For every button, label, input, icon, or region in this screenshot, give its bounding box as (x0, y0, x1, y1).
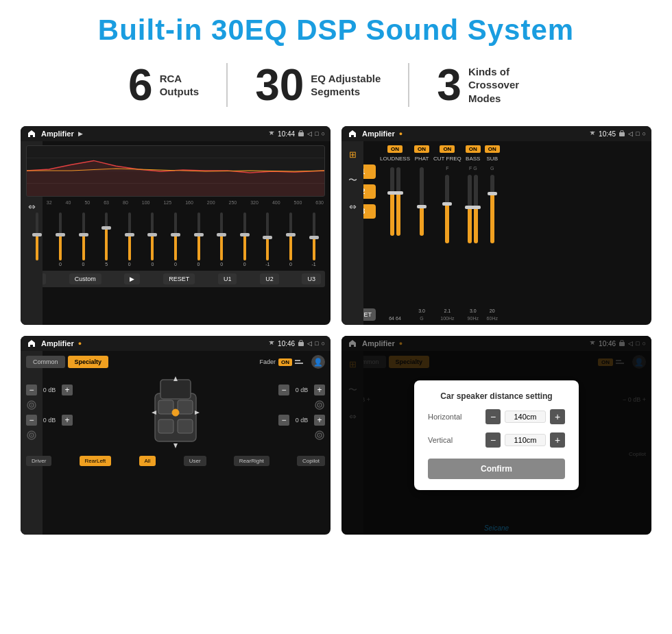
vertical-control: − + (485, 432, 565, 448)
speaker-btn-row: Driver RearLeft All User RearRight Copil… (26, 456, 325, 466)
on-toggle-3[interactable]: ON (278, 358, 292, 366)
loudness-slider-l[interactable] (390, 167, 394, 236)
tr-minus-btn[interactable]: − (278, 385, 289, 395)
loudness-on[interactable]: ON (387, 145, 403, 153)
tr-db-control: − 0 dB + (278, 385, 325, 395)
home-icon-3[interactable] (26, 338, 37, 349)
eq-sliders: 0 0 0 5 (26, 205, 325, 267)
bass-channel: ON BASS F G (466, 145, 481, 321)
eq-slider-8[interactable]: 0 (212, 212, 232, 267)
u2-btn[interactable]: U2 (260, 273, 279, 284)
eq-slider-1[interactable]: 0 (51, 212, 71, 267)
car-diagram (148, 373, 203, 452)
eq-slider-3[interactable]: 5 (97, 212, 117, 267)
br-minus-btn[interactable]: − (278, 415, 289, 426)
br-plus-btn[interactable]: + (314, 415, 325, 426)
phat-slider[interactable] (420, 167, 424, 236)
eq-slider-2[interactable]: 0 (73, 212, 93, 267)
tl-speaker-icon (26, 400, 73, 411)
play-icon[interactable]: ▶ (78, 130, 83, 137)
driver-btn[interactable]: Driver (26, 456, 51, 466)
tl-plus-btn[interactable]: + (62, 385, 73, 395)
custom-btn[interactable]: Custom (69, 273, 101, 284)
br-db-value: 0 dB (292, 417, 311, 424)
u3-btn[interactable]: U3 (302, 273, 321, 284)
eq-slider-5[interactable]: 0 (143, 212, 163, 267)
specialty-tab[interactable]: Specialty (68, 356, 109, 368)
speaker-content: Common Specialty Fader ON 👤 (21, 351, 331, 535)
speaker-layout-area: − 0 dB + − 0 dB + (26, 373, 325, 452)
fader-label: Fader (259, 358, 276, 365)
eq-slider-4[interactable]: 0 (119, 212, 139, 267)
svg-rect-4 (619, 132, 625, 136)
horizontal-value-input[interactable] (505, 411, 546, 423)
status-left-2: Amplifier ● (347, 128, 403, 139)
cutfreq-on[interactable]: ON (440, 145, 455, 153)
stat-rca-label: RCAOutputs (160, 72, 200, 99)
arrows-icon-2[interactable]: ⇔ (345, 199, 360, 214)
wave-icon-2[interactable]: 〜 (345, 173, 360, 188)
vertical-value-input[interactable] (505, 434, 546, 446)
arrows-icon[interactable]: ⇔ (24, 199, 39, 214)
eq-slider-6[interactable]: 0 (166, 212, 186, 267)
tl-minus-btn[interactable]: − (26, 385, 37, 395)
eq-icon-2[interactable]: ⊞ (345, 147, 360, 162)
bl-speaker-icon (26, 430, 73, 441)
bass-on[interactable]: ON (466, 145, 481, 153)
rearleft-btn[interactable]: RearLeft (80, 456, 112, 466)
all-btn[interactable]: All (139, 456, 156, 466)
left-volume-controls: − 0 dB + − 0 dB + (26, 373, 73, 452)
phat-on[interactable]: ON (414, 145, 429, 153)
rearright-btn[interactable]: RearRight (234, 456, 269, 466)
loudness-slider-r[interactable] (396, 167, 400, 236)
sub-channel: ON SUB G 20 60Hz (485, 145, 500, 321)
eq-slider-12[interactable]: -1 (304, 212, 324, 267)
copilot-btn[interactable]: Copilot (297, 456, 325, 466)
bass-slider-r[interactable] (474, 175, 478, 243)
sub-slider[interactable] (490, 175, 494, 243)
screen-amp-eq: Amplifier ● 10:45 ◁□○ ⊞ 〜 ⇔ (341, 126, 651, 325)
status-right-3: 10:46 ◁□○ (268, 340, 325, 348)
eq-slider-11[interactable]: 0 (281, 212, 301, 267)
horizontal-label: Horizontal (428, 413, 476, 421)
eq-slider-10[interactable]: -1 (258, 212, 278, 267)
reset-btn-1[interactable]: RESET (163, 273, 195, 284)
common-tab[interactable]: Common (26, 356, 65, 368)
status-time-2: 10:45 (599, 130, 616, 138)
vertical-minus-btn[interactable]: − (485, 432, 501, 448)
bl-minus-btn[interactable]: − (26, 415, 37, 426)
vertical-plus-btn[interactable]: + (550, 432, 565, 448)
svg-rect-16 (158, 400, 173, 414)
horizontal-plus-btn[interactable]: + (550, 409, 565, 424)
tr-plus-btn[interactable]: + (314, 385, 325, 395)
tl-db-value: 0 dB (40, 387, 59, 393)
right-volume-controls: − 0 dB + − 0 dB + (278, 373, 325, 452)
eq-slider-9[interactable]: 0 (235, 212, 254, 267)
loudness-label: LOUDNESS (380, 156, 410, 162)
vertical-row: Vertical − + (428, 432, 565, 448)
status-right-1: 10:44 ◁□○ (268, 130, 325, 138)
bl-plus-btn[interactable]: + (62, 415, 73, 426)
u1-btn[interactable]: U1 (218, 273, 237, 284)
eq-slider-7[interactable]: 0 (189, 212, 208, 267)
stat-crossover-number: 3 (437, 63, 461, 107)
sub-label: SUB (487, 156, 498, 162)
status-title-2: Amplifier (362, 130, 395, 138)
stat-rca: 6 RCAOutputs (101, 63, 228, 107)
user-btn[interactable]: User (184, 456, 206, 466)
horizontal-minus-btn[interactable]: − (485, 409, 501, 424)
screen3-body: ⊞ 〜 ⇔ Common Specialty Fader ON (21, 351, 331, 535)
main-title: Built-in 30EQ DSP Sound System (21, 14, 651, 47)
home-icon-1[interactable] (26, 128, 37, 139)
cutfreq-slider[interactable] (445, 175, 449, 243)
confirm-btn[interactable]: Confirm (428, 459, 565, 479)
home-icon-2[interactable] (347, 128, 358, 139)
sub-on[interactable]: ON (485, 145, 500, 153)
play-btn[interactable]: ▶ (124, 273, 140, 284)
screen-dialog: Amplifier ● 10:46 ◁□○ ⊞ 〜 ⇔ (341, 336, 651, 535)
svg-rect-5 (298, 342, 304, 346)
dot-icon-2: ● (399, 130, 403, 137)
cutfreq-channel: ON CUT FREQ F 2.1 100Hz (433, 145, 461, 321)
status-left-1: Amplifier ▶ (26, 128, 83, 139)
bass-slider-l[interactable] (468, 175, 472, 243)
